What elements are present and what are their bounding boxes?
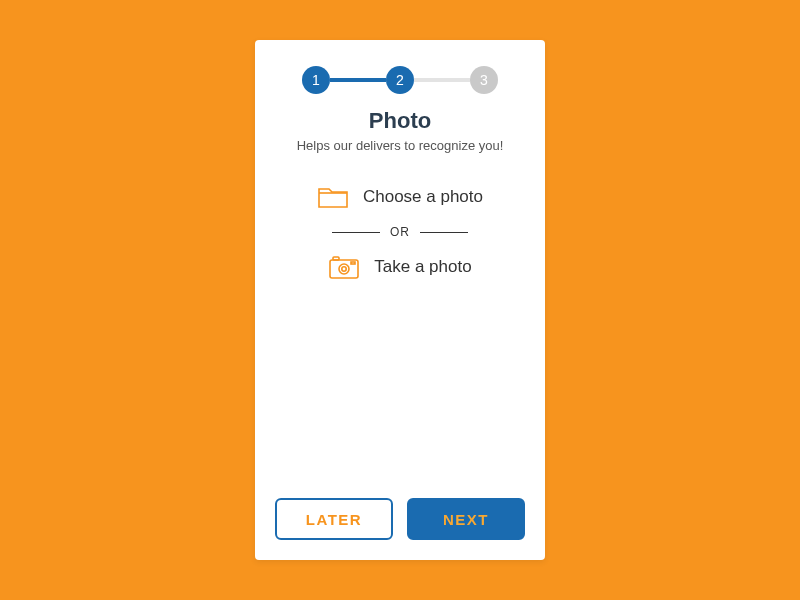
footer-buttons: LATER NEXT — [275, 498, 525, 540]
svg-point-2 — [342, 267, 346, 271]
progress-indicator: 1 2 3 — [275, 66, 525, 94]
progress-step-3: 3 — [470, 66, 498, 94]
or-label: OR — [390, 225, 410, 239]
svg-point-1 — [339, 264, 349, 274]
page-subtitle: Helps our delivers to recognize you! — [275, 138, 525, 153]
photo-options: Choose a photo OR Take a photo — [275, 179, 525, 285]
choose-photo-label: Choose a photo — [363, 187, 483, 207]
take-photo-label: Take a photo — [374, 257, 471, 277]
or-divider: OR — [332, 225, 468, 239]
later-button[interactable]: LATER — [275, 498, 393, 540]
camera-icon — [328, 253, 360, 281]
folder-icon — [317, 183, 349, 211]
progress-bar-1-2 — [330, 78, 386, 82]
divider-line-left — [332, 232, 380, 233]
svg-rect-3 — [333, 257, 339, 260]
svg-rect-4 — [351, 262, 355, 264]
progress-step-1: 1 — [302, 66, 330, 94]
progress-step-2: 2 — [386, 66, 414, 94]
page-title: Photo — [275, 108, 525, 134]
take-photo-option[interactable]: Take a photo — [328, 249, 471, 285]
choose-photo-option[interactable]: Choose a photo — [317, 179, 483, 215]
next-button[interactable]: NEXT — [407, 498, 525, 540]
progress-bar-2-3 — [414, 78, 470, 82]
divider-line-right — [420, 232, 468, 233]
onboarding-card: 1 2 3 Photo Helps our delivers to recogn… — [255, 40, 545, 560]
